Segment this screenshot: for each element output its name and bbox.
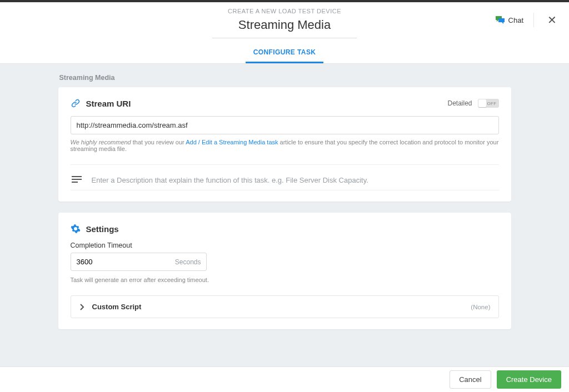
- header-actions: Chat ✕: [495, 12, 560, 28]
- svg-rect-0: [72, 176, 82, 177]
- stream-uri-input[interactable]: [71, 116, 499, 134]
- timeout-hint: Task will generate an error after exceed…: [71, 277, 499, 283]
- close-icon: ✕: [547, 14, 557, 26]
- custom-script-badge: (None): [471, 304, 490, 310]
- chevron-right-icon: [79, 304, 84, 310]
- divider: [71, 164, 499, 165]
- dialog-header: CREATE A NEW LOAD TEST DEVICE Streaming …: [0, 2, 569, 64]
- content-area: Streaming Media Stream URI Detailed OFF: [0, 64, 569, 375]
- timeout-unit: Seconds: [175, 258, 201, 266]
- header-eyebrow: CREATE A NEW LOAD TEST DEVICE: [0, 8, 569, 14]
- card-settings: Settings Completion Timeout Seconds Task…: [58, 213, 511, 329]
- toggle-knob: [478, 99, 486, 107]
- section-head-settings: Settings: [71, 224, 499, 234]
- notes-icon: [71, 175, 82, 185]
- section-title-settings: Settings: [86, 224, 119, 234]
- card-stream-uri: Stream URI Detailed OFF We highly recomm…: [58, 87, 511, 202]
- close-button[interactable]: ✕: [544, 12, 560, 28]
- breadcrumb: Streaming Media: [58, 74, 511, 82]
- detailed-label: Detailed: [447, 99, 472, 107]
- svg-rect-1: [72, 179, 82, 180]
- description-input[interactable]: [92, 173, 499, 188]
- cancel-button[interactable]: Cancel: [450, 370, 491, 389]
- hint-mid: that you review our: [131, 139, 186, 145]
- detailed-toggle[interactable]: OFF: [478, 99, 499, 108]
- chat-icon: [495, 16, 505, 24]
- svg-rect-2: [72, 182, 78, 183]
- tab-configure-task[interactable]: CONFIGURE TASK: [246, 44, 324, 63]
- section-head-stream: Stream URI Detailed OFF: [71, 98, 499, 108]
- toggle-state-label: OFF: [487, 101, 499, 106]
- description-row: [71, 173, 499, 190]
- chat-button[interactable]: Chat: [495, 16, 523, 24]
- title-underline: [212, 38, 357, 38]
- timeout-field: Seconds: [71, 253, 207, 271]
- section-title-stream: Stream URI: [86, 99, 131, 108]
- chat-label: Chat: [508, 16, 523, 24]
- page-title: Streaming Media: [0, 18, 569, 32]
- gear-icon: [71, 224, 81, 234]
- custom-script-label: Custom Script: [92, 303, 142, 311]
- stream-hint: We highly recommend that you review our …: [71, 139, 499, 152]
- link-icon: [71, 98, 81, 108]
- footer-bar: Cancel Create Device: [0, 366, 569, 392]
- create-device-button[interactable]: Create Device: [497, 370, 561, 389]
- hint-link[interactable]: Add / Edit a Streaming Media task: [186, 139, 278, 145]
- divider-vertical: [533, 13, 534, 27]
- timeout-label: Completion Timeout: [71, 242, 499, 249]
- custom-script-accordion[interactable]: Custom Script (None): [71, 295, 499, 318]
- hint-emphasis: We highly recommend: [71, 139, 131, 145]
- tabs-bar: CONFIGURE TASK: [0, 44, 569, 63]
- detailed-toggle-wrap: Detailed OFF: [447, 99, 498, 108]
